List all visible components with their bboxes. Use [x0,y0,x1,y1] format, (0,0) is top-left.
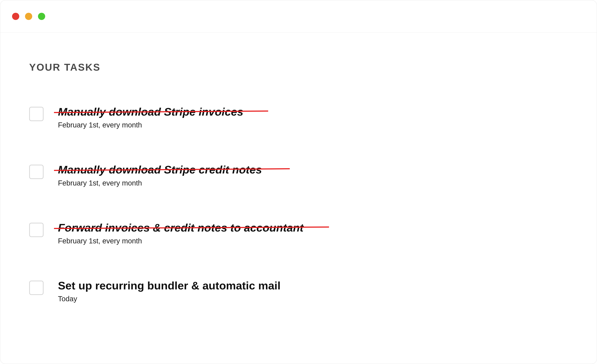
task-body: Forward invoices & credit notes to accou… [58,221,303,245]
strikethrough-line-icon [54,111,268,113]
page-title: YOUR TASKS [29,61,568,73]
minimize-window-icon[interactable] [25,13,32,20]
strikethrough-line-icon [54,168,290,171]
task-body: Set up recurring bundler & automatic mai… [58,279,281,303]
task-title: Manually download Stripe invoices [58,105,243,118]
task-subtitle: Today [58,295,281,303]
task-item: Set up recurring bundler & automatic mai… [29,279,568,303]
task-subtitle: February 1st, every month [58,179,262,187]
content-area: YOUR TASKS Manually download Stripe invo… [0,33,597,303]
task-checkbox[interactable] [29,223,44,237]
task-item: Manually download Stripe credit notesFeb… [29,163,568,187]
maximize-window-icon[interactable] [38,13,45,20]
app-window: YOUR TASKS Manually download Stripe invo… [0,0,597,364]
task-body: Manually download Stripe credit notesFeb… [58,163,262,187]
task-checkbox[interactable] [29,107,44,121]
task-subtitle: February 1st, every month [58,121,243,129]
task-list: Manually download Stripe invoicesFebruar… [29,105,568,303]
task-subtitle: February 1st, every month [58,237,303,245]
task-item: Forward invoices & credit notes to accou… [29,221,568,245]
task-title: Forward invoices & credit notes to accou… [58,221,303,234]
close-window-icon[interactable] [12,13,19,20]
task-item: Manually download Stripe invoicesFebruar… [29,105,568,129]
task-checkbox[interactable] [29,281,44,295]
window-titlebar [0,0,597,33]
strikethrough-line-icon [54,227,329,229]
task-checkbox[interactable] [29,165,44,179]
task-body: Manually download Stripe invoicesFebruar… [58,105,243,129]
task-title: Set up recurring bundler & automatic mai… [58,279,281,292]
task-title: Manually download Stripe credit notes [58,163,262,176]
